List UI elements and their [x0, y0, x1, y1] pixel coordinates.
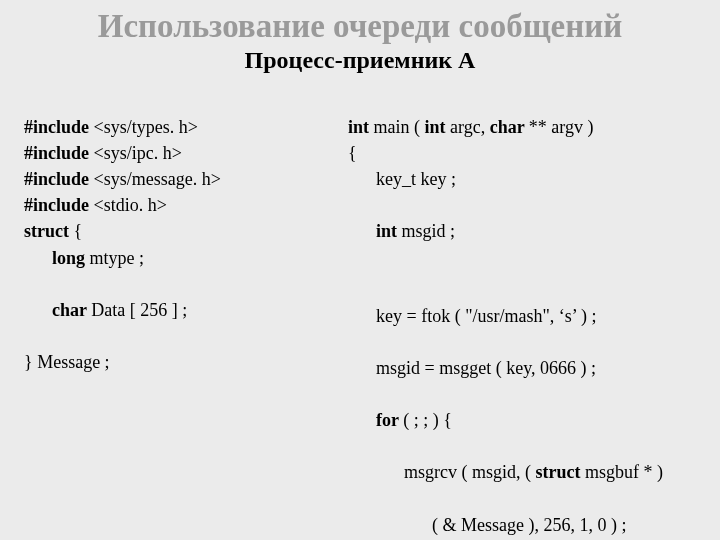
slide: Использование очереди сообщений Процесс-… — [0, 0, 720, 540]
content-columns: #include <sys/types. h> #include <sys/ip… — [24, 88, 696, 540]
kw-int: int — [348, 117, 374, 137]
kw-int: int — [376, 221, 402, 241]
struct-open: { — [73, 221, 82, 241]
kw-char: char — [52, 300, 91, 320]
left-column: #include <sys/types. h> #include <sys/ip… — [24, 88, 324, 540]
decl-msgid: msgid ; — [402, 221, 456, 241]
arg-argv: ** argv ) — [529, 117, 594, 137]
field-data: Data [ 256 ] ; — [91, 300, 187, 320]
hdr-types: <sys/types. h> — [94, 117, 198, 137]
hdr-stdio: <stdio. h> — [94, 195, 167, 215]
hdr-ipc: <sys/ipc. h> — [94, 143, 182, 163]
kw-include: #include — [24, 117, 94, 137]
kw-int: int — [425, 117, 451, 137]
kw-include: #include — [24, 195, 94, 215]
field-mtype: mtype ; — [90, 248, 145, 268]
stmt-msgrcv-c: msgbuf * ) — [585, 462, 663, 482]
fn-main: main ( — [374, 117, 425, 137]
slide-title: Использование очереди сообщений — [24, 8, 696, 45]
brace-open: { — [348, 143, 357, 163]
stmt-msgrcv-a: msgrcv ( msgid, ( — [404, 462, 535, 482]
stmt-msgrcv-d: ( & Message ), 256, 1, 0 ) ; — [348, 512, 712, 538]
kw-include: #include — [24, 169, 94, 189]
struct-close: } Message ; — [24, 352, 110, 372]
stmt-msgget: msgid = msgget ( key, 0666 ) ; — [348, 355, 712, 381]
code-right: int main ( int argc, char ** argv ) { ke… — [348, 88, 712, 540]
kw-struct: struct — [24, 221, 73, 241]
kw-char: char — [490, 117, 529, 137]
kw-struct: struct — [535, 462, 584, 482]
kw-long: long — [52, 248, 90, 268]
arg-argc: argc, — [450, 117, 490, 137]
kw-include: #include — [24, 143, 94, 163]
hdr-message: <sys/message. h> — [94, 169, 221, 189]
code-left: #include <sys/types. h> #include <sys/ip… — [24, 88, 324, 401]
kw-for: for — [376, 410, 403, 430]
right-column: int main ( int argc, char ** argv ) { ke… — [348, 88, 712, 540]
decl-key: key_t key ; — [348, 166, 712, 192]
slide-subtitle: Процесс-приемник А — [24, 47, 696, 74]
stmt-ftok: key = ftok ( "/usr/mash", ‘s’ ) ; — [348, 303, 712, 329]
for-head: ( ; ; ) { — [403, 410, 452, 430]
